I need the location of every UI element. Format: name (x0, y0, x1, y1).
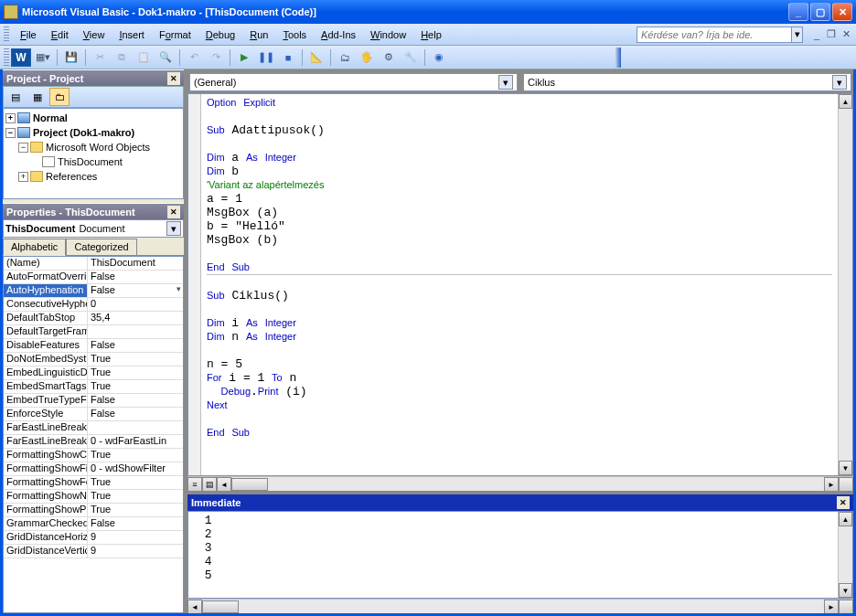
menu-view[interactable]: View (76, 27, 112, 43)
property-value[interactable]: True (88, 380, 183, 393)
property-row[interactable]: AutoHyphenationFalse (4, 284, 183, 298)
scroll-down-button[interactable]: ▼ (839, 461, 852, 475)
property-row[interactable]: FormattingShowNuTrue (4, 490, 183, 504)
property-value[interactable]: False (88, 517, 183, 530)
dropdown-icon[interactable]: ▾ (166, 221, 181, 236)
property-value[interactable]: 0 (88, 298, 183, 311)
scroll-right-button[interactable]: ► (824, 600, 839, 614)
undo-button[interactable]: ↶ (184, 48, 204, 68)
scroll-right-button[interactable]: ► (824, 477, 839, 492)
cut-button[interactable]: ✂ (90, 48, 110, 68)
tab-categorized[interactable]: Categorized (66, 239, 136, 256)
scroll-left-button[interactable]: ◄ (217, 477, 231, 492)
dropdown-icon[interactable]: ▾ (498, 75, 513, 90)
design-mode-button[interactable]: 📐 (306, 48, 326, 68)
break-button[interactable]: ❚❚ (256, 48, 276, 68)
expand-icon[interactable]: + (18, 172, 28, 182)
property-value[interactable]: True (88, 353, 183, 366)
property-value[interactable]: ThisDocument (88, 257, 183, 270)
property-value[interactable]: 35,4 (88, 312, 183, 324)
mdi-minimize-button[interactable]: _ (810, 28, 823, 41)
property-value[interactable]: 0 - wdShowFilter (88, 462, 183, 475)
property-row[interactable]: DefaultTabStop35,4 (4, 312, 183, 325)
scroll-left-button[interactable]: ◄ (187, 600, 202, 614)
immediate-text[interactable]: 1 2 3 4 5 (188, 512, 838, 598)
project-explorer-button[interactable]: 🗂 (335, 48, 355, 68)
property-value[interactable]: True (88, 476, 183, 489)
full-module-view-button[interactable]: ▤ (202, 477, 217, 492)
property-value[interactable] (88, 325, 183, 338)
tree-references[interactable]: + References (5, 169, 181, 184)
insert-module-button[interactable]: ▦▾ (33, 48, 53, 68)
close-button[interactable]: ✕ (832, 3, 852, 21)
immediate-horizontal-scrollbar[interactable]: ◄ ► (187, 599, 853, 613)
property-row[interactable]: EnforceStyleFalse (4, 408, 183, 421)
ask-question-dropdown[interactable]: ▾ (792, 27, 803, 43)
property-value[interactable]: False (88, 271, 183, 283)
mdi-close-button[interactable]: ✕ (840, 28, 852, 41)
menu-format[interactable]: Format (152, 27, 198, 43)
property-row[interactable]: FarEastLineBreakL (4, 421, 183, 435)
find-button[interactable]: 🔍 (155, 48, 176, 68)
object-browser-button[interactable]: ⚙ (379, 48, 399, 68)
menubar-grip[interactable] (4, 27, 9, 43)
redo-button[interactable]: ↷ (206, 48, 226, 68)
toolbar-grip[interactable] (4, 48, 9, 67)
scroll-down-button[interactable]: ▼ (839, 583, 852, 598)
word-icon[interactable]: W (11, 48, 31, 67)
view-object-button[interactable]: ▦ (27, 88, 48, 106)
menu-file[interactable]: File (13, 27, 44, 43)
toolbox-button[interactable]: 🔧 (401, 48, 421, 68)
property-value[interactable]: True (88, 366, 183, 379)
menu-addins[interactable]: Add-Ins (314, 27, 363, 43)
menu-tools[interactable]: Tools (275, 27, 314, 43)
reset-button[interactable]: ■ (278, 48, 298, 68)
property-row[interactable]: FormattingShowClTrue (4, 449, 183, 462)
scroll-up-button[interactable]: ▲ (839, 94, 852, 109)
collapse-icon[interactable]: − (5, 128, 16, 138)
paste-button[interactable]: 📋 (134, 48, 154, 68)
property-row[interactable]: FarEastLineBreakL0 - wdFarEastLin (4, 435, 183, 449)
property-row[interactable]: FormattingShowFoTrue (4, 476, 183, 490)
immediate-vertical-scrollbar[interactable]: ▲ ▼ (838, 512, 852, 598)
scroll-thumb[interactable] (202, 600, 239, 613)
property-value[interactable]: True (88, 504, 183, 516)
properties-object-combo[interactable]: ThisDocument Document ▾ (3, 219, 184, 238)
procedure-view-button[interactable]: ≡ (187, 477, 202, 492)
view-code-button[interactable]: ▤ (5, 88, 26, 106)
menu-window[interactable]: Window (363, 27, 413, 43)
property-value[interactable]: True (88, 449, 183, 462)
copy-button[interactable]: ⧉ (112, 48, 132, 68)
property-row[interactable]: EmbedLinguisticDaTrue (4, 366, 183, 380)
property-value[interactable]: False (88, 408, 183, 420)
minimize-button[interactable]: _ (788, 3, 808, 21)
maximize-button[interactable]: ▢ (810, 3, 830, 21)
properties-window-button[interactable]: 🖐 (357, 48, 377, 68)
menu-insert[interactable]: Insert (112, 27, 152, 43)
mdi-restore-button[interactable]: ❐ (825, 28, 838, 41)
project-tree[interactable]: + Normal − Project (Dok1-makro) − Micros… (3, 108, 184, 199)
tab-alphabetic[interactable]: Alphabetic (3, 239, 66, 256)
project-panel-close-button[interactable]: ✕ (167, 72, 180, 85)
size-grip[interactable] (839, 600, 853, 614)
property-row[interactable]: (Name)ThisDocument (4, 257, 183, 271)
menu-edit[interactable]: Edit (44, 27, 76, 43)
ask-question-input[interactable] (637, 27, 792, 43)
save-button[interactable]: 💾 (61, 48, 81, 68)
property-value[interactable]: 0 - wdFarEastLin (88, 435, 183, 448)
property-value[interactable]: 9 (88, 545, 183, 558)
property-row[interactable]: GridDistanceVertic9 (4, 545, 183, 558)
property-value[interactable]: False (88, 394, 183, 407)
menu-help[interactable]: Help (413, 27, 449, 43)
size-grip[interactable] (839, 477, 853, 492)
toggle-folders-button[interactable]: 🗀 (49, 88, 70, 106)
expand-icon[interactable]: + (5, 113, 16, 123)
property-row[interactable]: GridDistanceHorizo9 (4, 531, 183, 545)
property-row[interactable]: FormattingShowPaTrue (4, 504, 183, 517)
code-editor[interactable]: Option Explicit Sub Adattipusok() Dim a … (201, 94, 838, 475)
tree-project[interactable]: − Project (Dok1-makro) (5, 125, 181, 140)
property-row[interactable]: FormattingShowFil0 - wdShowFilter (4, 462, 183, 476)
property-row[interactable]: EmbedSmartTagsTrue (4, 380, 183, 394)
property-value[interactable] (88, 421, 183, 434)
run-button[interactable]: ▶ (234, 48, 254, 68)
